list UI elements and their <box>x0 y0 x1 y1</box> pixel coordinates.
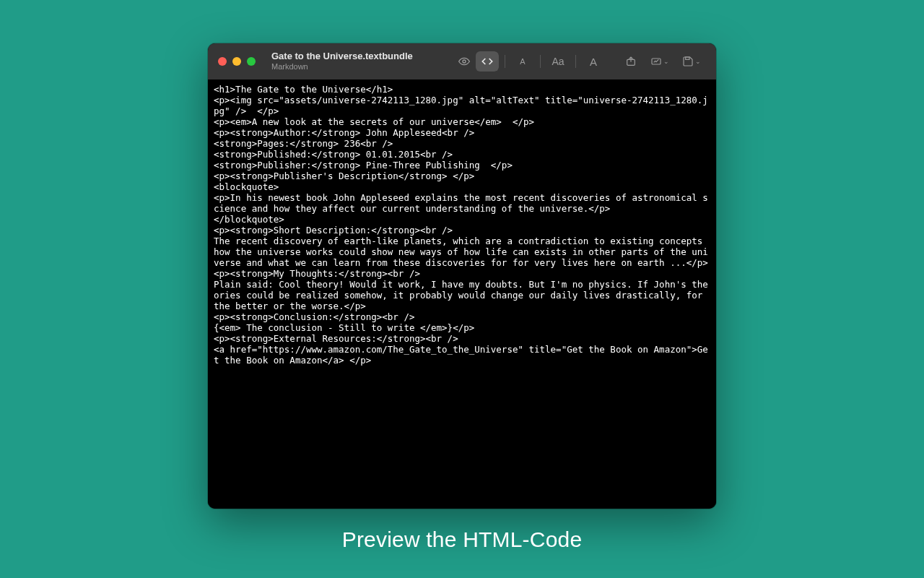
font-smaller-button[interactable]: A <box>511 51 534 72</box>
export-icon <box>650 56 662 67</box>
font-larger-button[interactable]: A <box>582 51 605 72</box>
minimize-button[interactable] <box>232 57 241 66</box>
title-block: Gate to the Universe.textbundle Markdown <box>271 51 413 72</box>
svg-point-0 <box>463 60 466 63</box>
separator <box>575 55 576 68</box>
window-subtitle: Markdown <box>271 62 413 72</box>
window-title: Gate to the Universe.textbundle <box>271 51 413 62</box>
view-mode-segment <box>453 51 499 72</box>
svg-rect-3 <box>686 57 689 59</box>
code-icon <box>481 56 493 67</box>
font-family-button[interactable]: Aa <box>546 51 570 72</box>
zoom-button[interactable] <box>247 57 256 66</box>
toolbar: A Aa A ⌄ ⌄ <box>453 51 706 72</box>
titlebar: Gate to the Universe.textbundle Markdown… <box>208 43 716 79</box>
separator <box>540 55 541 68</box>
eye-icon <box>458 56 470 67</box>
export-menu-button[interactable]: ⌄ <box>645 51 674 72</box>
preview-mode-button[interactable] <box>453 51 476 72</box>
share-button[interactable] <box>619 51 642 72</box>
save-icon <box>682 56 694 67</box>
traffic-lights <box>218 57 256 66</box>
chevron-down-icon: ⌄ <box>663 58 669 65</box>
separator <box>505 55 505 68</box>
code-mode-button[interactable] <box>476 51 499 72</box>
share-icon <box>625 56 637 67</box>
save-menu-button[interactable]: ⌄ <box>677 51 706 72</box>
caption: Preview the HTML-Code <box>342 527 583 552</box>
chevron-down-icon: ⌄ <box>695 58 701 65</box>
code-view[interactable]: <h1>The Gate to the Universe</h1> <p><im… <box>208 79 716 509</box>
close-button[interactable] <box>218 57 227 66</box>
app-window: Gate to the Universe.textbundle Markdown… <box>208 43 716 509</box>
